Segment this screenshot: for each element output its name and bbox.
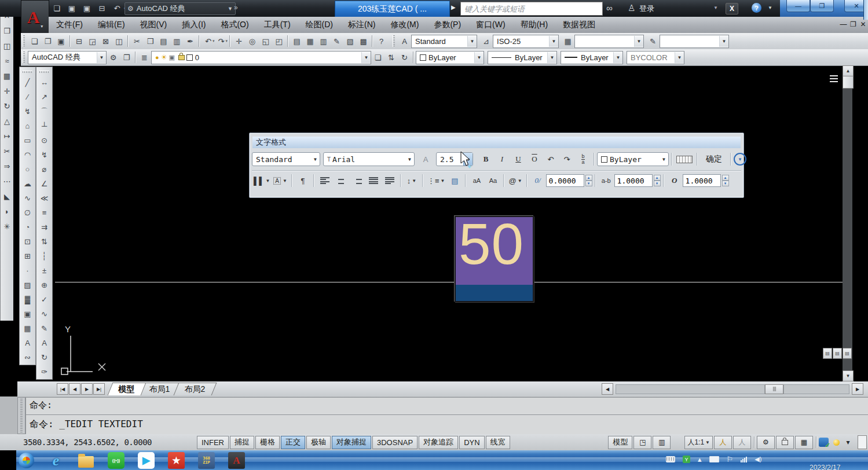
zoom-previous-icon[interactable]: ◰ [272, 35, 285, 48]
undo-button[interactable]: ↶ [543, 152, 559, 167]
construction-line-icon[interactable]: ∕ [21, 90, 34, 104]
screen-recorder-icon[interactable]: ((•)) [108, 452, 124, 469]
toolbar-grip[interactable] [23, 71, 32, 73]
help-icon[interactable]: ? [375, 35, 388, 48]
save-as-icon[interactable]: ▣ [81, 3, 93, 14]
tencent-video-icon[interactable]: ▶ [138, 452, 155, 469]
dim-style-dropdown[interactable]: ISO-25 ▼ [493, 35, 559, 48]
model-space-button[interactable]: 模型 [608, 436, 632, 449]
layer-properties-icon[interactable]: ≣ [138, 51, 151, 64]
overline-button[interactable]: O [526, 152, 543, 167]
ruler-button[interactable] [675, 152, 694, 167]
ordinate-dim-icon[interactable]: ┴ [38, 119, 51, 133]
infocenter-search[interactable] [460, 2, 603, 16]
menu-dataview[interactable]: 数据视图 [555, 17, 603, 33]
ok-button[interactable]: 确定 [700, 153, 728, 166]
hscroll-track[interactable] [783, 384, 849, 394]
text-style-dropdown[interactable]: Standard ▼ [411, 35, 477, 48]
menu-modify[interactable]: 修改(M) [383, 17, 426, 33]
aligned-dim-icon[interactable]: ↗ [38, 90, 51, 104]
zoom-realtime-icon[interactable]: ◎ [246, 35, 259, 48]
insert-block-icon[interactable]: ⊡ [21, 234, 34, 249]
mleader-style-dropdown[interactable]: ▼ [660, 35, 729, 48]
circle-icon[interactable]: ○ [21, 162, 34, 177]
menu-window[interactable]: 窗口(W) [468, 17, 513, 33]
new-icon[interactable]: ❏ [28, 35, 41, 48]
maximize-button[interactable]: ❐ [810, 0, 834, 12]
align-right-button[interactable] [349, 174, 365, 188]
angular-dim-icon[interactable]: ∠ [38, 177, 51, 191]
rectangle-icon[interactable]: ▭ [21, 133, 34, 148]
spin-up-icon[interactable]: ▲ [654, 175, 661, 181]
inspect-dim-icon[interactable]: ✓ [38, 292, 51, 307]
toggle-grid[interactable]: 栅格 [255, 436, 280, 449]
dim-edit-icon[interactable]: ✎ [38, 321, 51, 336]
tab-layout2[interactable]: 布局2 [173, 383, 217, 395]
designcenter-icon[interactable]: ▦ [303, 35, 317, 48]
file-explorer-icon[interactable] [78, 452, 94, 469]
lineweight-dropdown[interactable]: ByLayer ▼ [561, 51, 623, 64]
make-block-icon[interactable]: ⊞ [21, 249, 34, 263]
underline-button[interactable]: U [510, 152, 526, 167]
offset-icon[interactable]: ≈ [1, 53, 13, 68]
menu-parametric[interactable]: 参数(P) [426, 17, 468, 33]
layer-unlock-icon[interactable] [178, 55, 185, 60]
line-icon[interactable]: ╱ [21, 75, 34, 90]
align-left-button[interactable] [317, 174, 333, 188]
viewport-button-3[interactable]: ▤ [843, 348, 852, 359]
vertical-scrollbar[interactable]: ▲ ▼ [843, 65, 852, 381]
chevron-down-icon[interactable]: ▼ [405, 153, 414, 166]
continue-dim-icon[interactable]: ⇉ [38, 220, 51, 234]
toggle-polar[interactable]: 极轴 [306, 436, 331, 449]
menu-view[interactable]: 视图(V) [133, 17, 175, 33]
sogou-browser-icon[interactable]: ★ [168, 452, 185, 469]
baseline-dim-icon[interactable]: ≡ [38, 205, 51, 220]
toolbar-grip[interactable] [393, 35, 395, 47]
annotation-autoscale-icon[interactable]: 人 [733, 436, 751, 449]
font-dropdown[interactable]: T Arial ▼ [323, 152, 415, 166]
trim-icon[interactable]: ✂ [1, 144, 13, 159]
help-dropdown-icon[interactable]: ▼ [768, 5, 772, 10]
chevron-down-icon[interactable]: ▼ [660, 153, 668, 166]
lowercase-button[interactable]: Aa [485, 174, 501, 188]
open-icon[interactable]: ❐ [41, 35, 54, 48]
menu-help[interactable]: 帮助(H) [513, 17, 555, 33]
columns-button[interactable]: ▌▌▼ [252, 174, 272, 188]
new-file-icon[interactable]: ❏ [51, 3, 63, 14]
menu-format[interactable]: 格式(O) [213, 17, 256, 33]
match-properties-icon[interactable]: ✒ [184, 35, 197, 48]
chamfer-icon[interactable]: ◣ [1, 189, 13, 204]
spin-down-icon[interactable]: ▼ [654, 181, 661, 186]
workspace-dropdown[interactable]: AutoCAD 经典 ▼ [28, 51, 107, 64]
tracking-input[interactable]: 1.0000 [614, 174, 653, 187]
options-more-button[interactable]: ▾ [734, 153, 746, 166]
move-icon[interactable]: ✛ [1, 83, 13, 98]
annotation-visibility-icon[interactable]: 人 [714, 436, 732, 449]
tray-expand-icon[interactable]: ▴ [698, 455, 702, 464]
mtext-justify-button[interactable]: A▼ [272, 174, 289, 188]
center-mark-icon[interactable]: ⊕ [38, 278, 51, 292]
internet-explorer-icon[interactable]: e [47, 452, 64, 469]
table-icon[interactable]: ▦ [21, 321, 34, 336]
justify-button[interactable] [365, 174, 382, 188]
linear-dim-icon[interactable]: ↔ [38, 75, 51, 90]
chevron-down-icon[interactable]: ▼ [634, 36, 643, 47]
insert-field-button[interactable]: ▤ [446, 174, 463, 188]
app-menu-button[interactable]: A ▾ [21, 0, 49, 34]
dim-update-icon[interactable]: ↻ [38, 350, 51, 365]
mdi-close-icon[interactable]: ✕ [859, 20, 867, 28]
toolbar-overflow-button[interactable]: » [234, 3, 237, 12]
annotative-button[interactable]: A [417, 152, 434, 167]
rotate-icon[interactable]: ↻ [1, 98, 13, 113]
stack-button[interactable]: ba [575, 152, 591, 167]
extend-icon[interactable]: ⇒ [1, 159, 13, 174]
arc-icon[interactable]: ◠ [21, 148, 34, 162]
spin-down-icon[interactable]: ▼ [585, 181, 592, 186]
vertical-scroll-thumb[interactable] [843, 76, 854, 89]
markup-icon[interactable]: ✎ [330, 35, 343, 48]
text-style-dropdown[interactable]: Standard ▼ [252, 152, 320, 166]
menu-file[interactable]: 文件(F) [49, 17, 90, 33]
spin-up-icon[interactable]: ▲ [585, 175, 592, 181]
power-tray-icon[interactable] [709, 456, 719, 462]
taskbar-date[interactable]: 2023/2/17 [810, 464, 840, 470]
